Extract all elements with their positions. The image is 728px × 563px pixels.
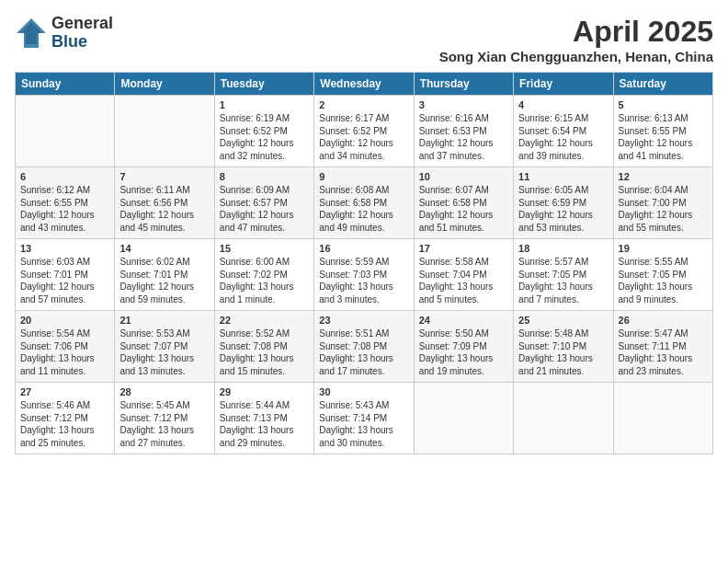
day-number: 10 [419,171,508,182]
day-number: 5 [619,99,708,110]
header-monday: Monday [115,73,214,96]
title-section: April 2025 Song Xian Chengguanzhen, Hena… [439,15,713,64]
calendar-cell: 12Sunrise: 6:04 AMSunset: 7:00 PMDayligh… [613,167,712,239]
page-header: General Blue April 2025 Song Xian Chengg… [15,15,713,64]
logo: General Blue [15,15,113,52]
day-number: 4 [518,99,608,110]
calendar-cell: 30Sunrise: 5:43 AMSunset: 7:14 PMDayligh… [314,383,414,454]
logo-general-text: General [51,15,113,33]
day-info: Sunrise: 5:53 AMSunset: 7:07 PMDaylight:… [119,327,209,377]
day-info: Sunrise: 6:08 AMSunset: 6:58 PMDaylight:… [319,184,408,234]
day-number: 22 [220,315,309,326]
day-info: Sunrise: 6:13 AMSunset: 6:55 PMDaylight:… [619,112,708,162]
calendar-cell: 23Sunrise: 5:51 AMSunset: 7:08 PMDayligh… [314,311,414,383]
day-info: Sunrise: 6:15 AMSunset: 6:54 PMDaylight:… [518,112,608,162]
calendar-cell: 21Sunrise: 5:53 AMSunset: 7:07 PMDayligh… [115,311,214,383]
day-info: Sunrise: 6:09 AMSunset: 6:57 PMDaylight:… [220,184,309,234]
day-info: Sunrise: 5:55 AMSunset: 7:05 PMDaylight:… [619,256,708,305]
calendar-cell: 9Sunrise: 6:08 AMSunset: 6:58 PMDaylight… [314,167,414,239]
day-number: 1 [220,99,309,110]
day-info: Sunrise: 6:02 AMSunset: 7:01 PMDaylight:… [119,256,209,305]
svg-marker-1 [20,22,42,44]
day-number: 9 [319,171,408,182]
day-info: Sunrise: 5:50 AMSunset: 7:09 PMDaylight:… [419,327,508,377]
header-wednesday: Wednesday [314,73,414,96]
day-number: 17 [419,243,508,254]
day-info: Sunrise: 6:11 AMSunset: 6:56 PMDaylight:… [119,184,209,234]
day-info: Sunrise: 5:51 AMSunset: 7:08 PMDaylight:… [319,327,408,377]
day-info: Sunrise: 6:05 AMSunset: 6:59 PMDaylight:… [518,184,608,234]
calendar-cell: 15Sunrise: 6:00 AMSunset: 7:02 PMDayligh… [214,239,313,311]
day-info: Sunrise: 5:58 AMSunset: 7:04 PMDaylight:… [419,256,508,305]
day-number: 29 [220,386,309,397]
header-thursday: Thursday [414,73,513,96]
calendar-week-row: 20Sunrise: 5:54 AMSunset: 7:06 PMDayligh… [16,311,713,383]
calendar-cell [16,96,115,167]
day-number: 19 [619,243,708,254]
day-number: 28 [119,386,209,397]
day-number: 16 [319,243,408,254]
calendar-cell: 6Sunrise: 6:12 AMSunset: 6:55 PMDaylight… [16,167,115,239]
calendar-cell: 3Sunrise: 6:16 AMSunset: 6:53 PMDaylight… [414,96,513,167]
month-year-title: April 2025 [439,15,713,49]
day-number: 7 [119,171,209,182]
calendar-cell: 18Sunrise: 5:57 AMSunset: 7:05 PMDayligh… [514,239,613,311]
calendar-cell: 14Sunrise: 6:02 AMSunset: 7:01 PMDayligh… [115,239,214,311]
calendar-cell: 19Sunrise: 5:55 AMSunset: 7:05 PMDayligh… [613,239,712,311]
day-info: Sunrise: 6:16 AMSunset: 6:53 PMDaylight:… [419,112,508,162]
day-number: 14 [119,243,209,254]
calendar-cell: 26Sunrise: 5:47 AMSunset: 7:11 PMDayligh… [613,311,712,383]
day-number: 2 [319,99,408,110]
calendar-cell: 2Sunrise: 6:17 AMSunset: 6:52 PMDaylight… [314,96,414,167]
calendar-cell: 4Sunrise: 6:15 AMSunset: 6:54 PMDaylight… [514,96,613,167]
calendar-week-row: 1Sunrise: 6:19 AMSunset: 6:52 PMDaylight… [16,96,713,167]
calendar-header-row: SundayMondayTuesdayWednesdayThursdayFrid… [16,73,713,96]
day-number: 6 [20,171,109,182]
calendar-cell [115,96,214,167]
logo-blue-text: Blue [51,33,113,52]
calendar-week-row: 6Sunrise: 6:12 AMSunset: 6:55 PMDaylight… [16,167,713,239]
calendar-cell: 17Sunrise: 5:58 AMSunset: 7:04 PMDayligh… [414,239,513,311]
day-info: Sunrise: 5:44 AMSunset: 7:13 PMDaylight:… [220,399,309,449]
day-info: Sunrise: 5:45 AMSunset: 7:12 PMDaylight:… [119,399,209,449]
calendar-cell: 20Sunrise: 5:54 AMSunset: 7:06 PMDayligh… [16,311,115,383]
day-number: 27 [20,386,109,397]
day-number: 26 [619,315,708,326]
day-number: 21 [119,315,209,326]
day-info: Sunrise: 6:04 AMSunset: 7:00 PMDaylight:… [619,184,708,234]
calendar-cell: 10Sunrise: 6:07 AMSunset: 6:58 PMDayligh… [414,167,513,239]
day-number: 23 [319,315,408,326]
day-number: 15 [220,243,309,254]
day-number: 13 [20,243,109,254]
day-number: 11 [518,171,608,182]
day-info: Sunrise: 5:57 AMSunset: 7:05 PMDaylight:… [518,256,608,305]
calendar-cell: 27Sunrise: 5:46 AMSunset: 7:12 PMDayligh… [16,383,115,454]
location-title: Song Xian Chengguanzhen, Henan, China [439,49,713,64]
calendar-cell: 5Sunrise: 6:13 AMSunset: 6:55 PMDaylight… [613,96,712,167]
calendar-cell: 1Sunrise: 6:19 AMSunset: 6:52 PMDaylight… [214,96,313,167]
day-number: 24 [419,315,508,326]
day-info: Sunrise: 5:52 AMSunset: 7:08 PMDaylight:… [220,327,309,377]
calendar-cell: 16Sunrise: 5:59 AMSunset: 7:03 PMDayligh… [314,239,414,311]
day-info: Sunrise: 5:43 AMSunset: 7:14 PMDaylight:… [319,399,408,449]
calendar-cell: 22Sunrise: 5:52 AMSunset: 7:08 PMDayligh… [214,311,313,383]
day-number: 3 [419,99,508,110]
day-info: Sunrise: 5:47 AMSunset: 7:11 PMDaylight:… [619,327,708,377]
day-number: 12 [619,171,708,182]
day-info: Sunrise: 6:17 AMSunset: 6:52 PMDaylight:… [319,112,408,162]
calendar-cell [514,383,613,454]
day-info: Sunrise: 6:19 AMSunset: 6:52 PMDaylight:… [220,112,309,162]
day-info: Sunrise: 6:12 AMSunset: 6:55 PMDaylight:… [20,184,109,234]
calendar-cell: 7Sunrise: 6:11 AMSunset: 6:56 PMDaylight… [115,167,214,239]
calendar-cell: 11Sunrise: 6:05 AMSunset: 6:59 PMDayligh… [514,167,613,239]
day-info: Sunrise: 5:46 AMSunset: 7:12 PMDaylight:… [20,399,109,449]
calendar-cell: 29Sunrise: 5:44 AMSunset: 7:13 PMDayligh… [214,383,313,454]
day-number: 18 [518,243,608,254]
day-number: 8 [220,171,309,182]
day-number: 20 [20,315,109,326]
calendar-week-row: 27Sunrise: 5:46 AMSunset: 7:12 PMDayligh… [16,383,713,454]
day-info: Sunrise: 6:03 AMSunset: 7:01 PMDaylight:… [20,256,109,305]
calendar-cell: 25Sunrise: 5:48 AMSunset: 7:10 PMDayligh… [514,311,613,383]
day-info: Sunrise: 6:07 AMSunset: 6:58 PMDaylight:… [419,184,508,234]
day-info: Sunrise: 5:54 AMSunset: 7:06 PMDaylight:… [20,327,109,377]
